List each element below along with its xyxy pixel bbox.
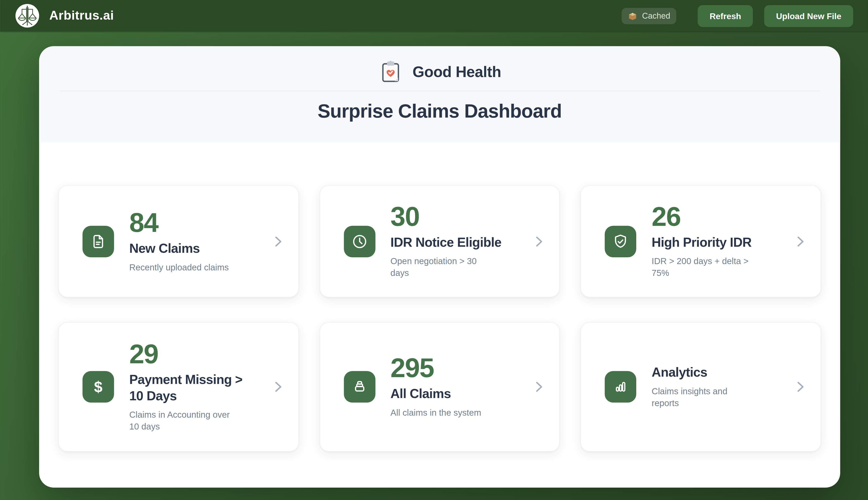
- stat-title: Payment Missing > 10 Days: [129, 372, 263, 404]
- stat-subtitle: Claims in Accounting over 10 days: [129, 409, 263, 433]
- brand[interactable]: Arbitrus.ai: [15, 3, 114, 28]
- clock-icon: [343, 226, 375, 257]
- chevron-right-icon: [531, 379, 547, 395]
- stat-subtitle: Recently uploaded claims: [129, 261, 263, 273]
- cached-badge-label: Cached: [642, 11, 670, 20]
- chevron-right-icon: [531, 234, 547, 249]
- stat-card-high-priority-idr[interactable]: 26 High Priority IDR IDR > 200 days + de…: [580, 185, 821, 297]
- refresh-button[interactable]: Refresh: [698, 5, 753, 27]
- top-actions: Cached Refresh Upload New File: [622, 5, 853, 27]
- top-nav-bar: Arbitrus.ai Cached Refresh Upload New Fi…: [0, 0, 868, 32]
- stat-card-text: 26 High Priority IDR IDR > 200 days + de…: [652, 203, 786, 279]
- stat-value: 29: [129, 341, 263, 367]
- shield-check-icon: [605, 226, 636, 257]
- panel-header: Good Health Surprise Claims Dashboard: [39, 46, 840, 142]
- chevron-right-icon: [270, 234, 286, 249]
- stat-subtitle: Claims insights and reports: [652, 385, 786, 409]
- upload-new-file-button[interactable]: Upload New File: [764, 5, 853, 27]
- bar-chart-icon: [605, 371, 636, 402]
- chevron-right-icon: [792, 379, 808, 395]
- stat-title: All Claims: [391, 386, 525, 402]
- health-status-row: Good Health: [39, 60, 840, 84]
- stat-card-text: 84 New Claims Recently uploaded claims: [129, 209, 263, 273]
- stat-card-new-claims[interactable]: 84 New Claims Recently uploaded claims: [58, 185, 298, 297]
- package-icon: [628, 11, 638, 21]
- stat-title: Analytics: [652, 364, 786, 380]
- stat-card-idr-notice-eligible[interactable]: 30 IDR Notice Eligible Open negotiation …: [319, 185, 560, 297]
- stat-card-text: 30 IDR Notice Eligible Open negotiation …: [391, 203, 525, 279]
- stat-card-analytics[interactable]: Analytics Claims insights and reports: [580, 322, 821, 452]
- stat-card-payment-missing[interactable]: $ 29 Payment Missing > 10 Days Claims in…: [58, 322, 298, 452]
- stat-value: 84: [129, 209, 263, 236]
- stat-card-text: 29 Payment Missing > 10 Days Claims in A…: [129, 341, 263, 433]
- clipboard-heart-icon: [378, 60, 403, 84]
- stat-title: High Priority IDR: [652, 234, 786, 250]
- stat-subtitle: Open negotiation > 30 days: [391, 255, 525, 279]
- stat-card-text: 295 All Claims All claims in the system: [391, 355, 525, 419]
- chevron-right-icon: [792, 234, 808, 249]
- brand-name: Arbitrus.ai: [49, 9, 114, 23]
- health-status-title: Good Health: [413, 64, 501, 81]
- stat-value: 295: [391, 355, 525, 382]
- page-title: Surprise Claims Dashboard: [39, 100, 840, 143]
- cached-badge: Cached: [622, 8, 676, 24]
- stat-value: 26: [652, 203, 786, 230]
- stat-title: IDR Notice Eligible: [391, 234, 525, 250]
- stat-card-all-claims[interactable]: 295 All Claims All claims in the system: [319, 322, 560, 452]
- stat-subtitle: IDR > 200 days + delta > 75%: [652, 255, 786, 279]
- stack-icon: [343, 371, 375, 402]
- stat-card-grid: 84 New Claims Recently uploaded claims: [39, 143, 840, 487]
- stat-value: 30: [391, 203, 525, 230]
- stat-card-text: Analytics Claims insights and reports: [652, 364, 786, 409]
- scales-of-justice-logo-icon: [15, 3, 40, 28]
- stat-subtitle: All claims in the system: [391, 407, 525, 419]
- chevron-right-icon: [270, 379, 286, 395]
- dollar-icon: $: [82, 371, 114, 402]
- stat-title: New Claims: [129, 240, 263, 256]
- dashboard-panel: Good Health Surprise Claims Dashboard 84: [39, 46, 840, 487]
- app-screen: Arbitrus.ai Cached Refresh Upload New Fi…: [0, 0, 868, 500]
- header-divider: [59, 91, 820, 91]
- file-icon: [82, 226, 114, 257]
